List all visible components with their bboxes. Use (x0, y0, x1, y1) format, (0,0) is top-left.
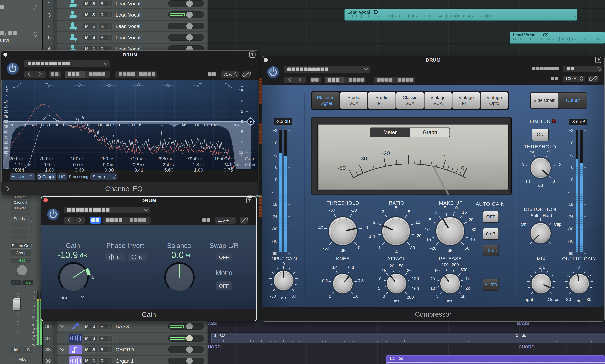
svg-text:Lead Vocal: Lead Vocal (347, 10, 370, 14)
svg-text:Opto: Opto (489, 101, 499, 106)
svg-text:Stereo: Stereo (93, 174, 105, 179)
svg-text:15: 15 (381, 268, 386, 273)
svg-text:-5: -5 (427, 217, 431, 222)
svg-text:-30: -30 (271, 227, 277, 231)
svg-text:Graph: Graph (423, 130, 437, 135)
svg-text:0: 0 (358, 245, 360, 250)
svg-text:-0.8: -0.8 (131, 162, 139, 167)
svg-text:DISTORTION: DISTORTION (524, 207, 556, 212)
svg-text:0.4: 0.4 (332, 265, 338, 270)
svg-text:I: I (108, 336, 110, 341)
svg-text:Gain: Gain (142, 311, 156, 318)
svg-text:0.0: 0.0 (171, 250, 184, 260)
svg-text:160: 160 (412, 286, 419, 291)
svg-text:M: M (14, 347, 18, 352)
svg-text:0: 0 (34, 291, 36, 294)
svg-text:21: 21 (32, 315, 36, 318)
svg-text:55: 55 (4, 145, 8, 150)
svg-text:-2.4: -2.4 (161, 162, 169, 167)
svg-text:1.00: 1.00 (45, 168, 54, 173)
svg-text:INPUT GAIN: INPUT GAIN (270, 256, 297, 261)
svg-text:R: R (101, 358, 104, 364)
svg-text:Group: Group (16, 251, 27, 255)
svg-text:15500: 15500 (214, 156, 227, 161)
svg-text:-5.0: -5.0 (25, 281, 31, 285)
svg-text:5: 5 (436, 294, 439, 299)
svg-text:AUTO GAIN: AUTO GAIN (476, 201, 505, 207)
svg-text:-30: -30 (329, 208, 335, 213)
svg-text:-20: -20 (350, 208, 357, 213)
svg-text:Vintage: Vintage (487, 95, 502, 100)
svg-text:20.0: 20.0 (10, 156, 19, 161)
svg-text:BASS: BASS (517, 321, 529, 326)
svg-text:24: 24 (224, 162, 229, 167)
svg-text:Platinum: Platinum (317, 95, 335, 100)
svg-text:MIX: MIX (18, 357, 26, 362)
svg-text:20: 20 (10, 123, 14, 127)
svg-text:Side Chain: Side Chain (534, 98, 556, 103)
svg-text:200: 200 (452, 262, 459, 267)
svg-text:10: 10 (239, 140, 243, 144)
svg-text:100: 100 (61, 123, 68, 127)
svg-text:dB: dB (200, 163, 203, 167)
svg-text:1.4: 1.4 (369, 234, 375, 239)
svg-text:1.00: 1.00 (194, 168, 203, 173)
svg-text:R: R (101, 324, 104, 329)
svg-text:-30: -30 (359, 155, 367, 162)
svg-text:-40: -40 (567, 239, 573, 243)
svg-text:Lead Vocal: Lead Vocal (116, 23, 140, 29)
svg-text:0: 0 (92, 275, 94, 280)
svg-text:-9: -9 (274, 178, 277, 182)
svg-text:12: 12 (415, 220, 420, 225)
svg-text:60: 60 (32, 343, 36, 346)
svg-text:R: R (101, 336, 104, 341)
svg-text:Hz: Hz (168, 157, 173, 161)
svg-text:dB: dB (577, 299, 581, 303)
svg-text:Studio: Studio (376, 95, 388, 100)
svg-text:5: 5 (378, 286, 380, 291)
svg-text:R: R (101, 12, 104, 17)
svg-text:Input: Input (523, 297, 533, 302)
svg-text:dB: dB (448, 248, 453, 253)
svg-text:Off: Off (521, 222, 527, 227)
svg-text:-: - (9, 18, 11, 23)
svg-text:Vintage: Vintage (430, 95, 446, 100)
svg-text:Stereo Out: Stereo Out (12, 244, 30, 248)
svg-text:0.6: 0.6 (348, 265, 354, 270)
svg-text:500: 500 (113, 123, 120, 127)
svg-text:-50: -50 (337, 165, 346, 171)
svg-text:HQ: HQ (59, 174, 66, 179)
svg-text:CHORD: CHORD (116, 347, 134, 352)
svg-text:10: 10 (4, 99, 8, 103)
svg-text:3: 3 (48, 12, 51, 18)
svg-text:ASS: ASS (208, 321, 217, 326)
svg-text:Hz: Hz (19, 157, 23, 161)
svg-text:40: 40 (470, 237, 475, 242)
svg-text:24: 24 (32, 319, 36, 322)
svg-text:200: 200 (407, 295, 414, 299)
svg-text:ms: ms (394, 299, 399, 303)
svg-text:Read: Read (17, 258, 26, 262)
svg-text:-: - (241, 153, 242, 157)
svg-text:6: 6 (34, 298, 36, 301)
svg-text:S: S (92, 347, 95, 352)
svg-text:-15: -15 (425, 237, 431, 242)
svg-text:-2.3 dB: -2.3 dB (276, 119, 290, 124)
svg-text:30: 30 (23, 123, 27, 127)
svg-text:Mono: Mono (216, 269, 232, 276)
svg-text:S: S (27, 347, 30, 352)
svg-text:LIMITER: LIMITER (529, 118, 551, 124)
svg-text:M: M (85, 336, 89, 341)
svg-text:Gain: Gain (245, 156, 255, 161)
svg-text:-10: -10 (423, 227, 430, 232)
svg-text:-60: -60 (567, 251, 573, 256)
svg-text:20: 20 (390, 264, 394, 268)
svg-text:VCA: VCA (349, 101, 359, 106)
svg-text:I: I (108, 35, 110, 40)
svg-text:400: 400 (106, 123, 112, 127)
svg-text:5.60: 5.60 (164, 168, 174, 173)
svg-text:30: 30 (4, 120, 8, 124)
svg-text:100%: 100% (565, 76, 577, 81)
svg-text:15: 15 (239, 89, 243, 93)
svg-text:M: M (85, 35, 89, 40)
